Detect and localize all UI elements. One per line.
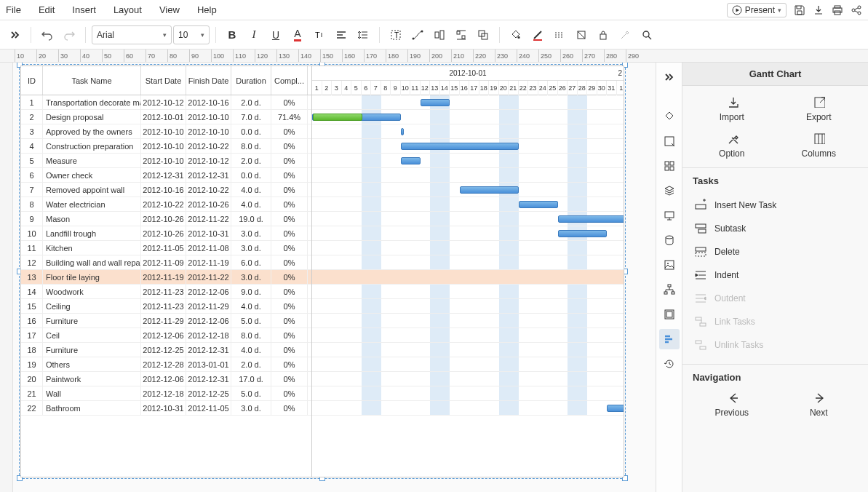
task-bar[interactable] [401, 157, 421, 164]
download-icon[interactable] [813, 4, 824, 16]
table-row[interactable]: 20Paintwork2012-12-062012-12-3117.0 d.0% [21, 372, 311, 386]
table-row[interactable]: 22Bathroom2012-10-312012-11-053.0 d.0% [21, 401, 311, 416]
timeline-row[interactable] [312, 241, 624, 255]
timeline-row[interactable] [312, 299, 624, 314]
timeline-row[interactable] [312, 226, 624, 241]
crop-button[interactable] [571, 25, 592, 45]
timeline-row[interactable] [312, 255, 624, 270]
columns-button[interactable]: Columns [776, 131, 863, 159]
line-color-button[interactable] [527, 25, 548, 45]
align-objects-button[interactable] [429, 25, 450, 45]
tools-button[interactable] [615, 25, 635, 45]
col-header-id[interactable]: ID [21, 66, 43, 95]
frame-tool-icon[interactable] [659, 304, 680, 325]
expand-panel-icon[interactable] [659, 67, 680, 87]
task-bar[interactable] [460, 186, 519, 194]
col-header-finish[interactable]: Finish Date [186, 66, 231, 95]
menu-view[interactable]: View [159, 4, 180, 15]
export-button[interactable]: Export [776, 95, 863, 122]
table-row[interactable]: 6Owner check2012-12-312012-12-310.0 d.0% [21, 168, 311, 183]
expand-toolbar-icon[interactable] [6, 28, 25, 42]
option-button[interactable]: Option [688, 131, 776, 159]
insert-task-button[interactable]: Insert New Task [688, 194, 862, 217]
timeline-row[interactable] [312, 110, 624, 124]
align-button[interactable] [331, 25, 351, 45]
task-bar[interactable] [519, 201, 558, 208]
menu-edit[interactable]: Edit [39, 4, 55, 15]
timeline-row[interactable] [312, 139, 624, 154]
font-family-select[interactable]: Arial▾ [92, 25, 172, 44]
timeline-row[interactable] [312, 372, 624, 386]
indent-button[interactable]: Indent [688, 263, 862, 287]
col-header-complete[interactable]: Compl... [271, 66, 308, 95]
col-header-start[interactable]: Start Date [141, 66, 186, 95]
table-row[interactable]: 2Design proposal2012-10-012012-10-107.0 … [21, 110, 311, 124]
canvas[interactable]: ID Task Name Start Date Finish Date Dura… [0, 63, 656, 492]
previous-button[interactable]: Previous [688, 390, 776, 418]
image-tool-icon[interactable] [659, 255, 680, 275]
table-row[interactable]: 11Kitchen2012-11-052012-11-083.0 d.0% [21, 241, 311, 255]
col-header-name[interactable]: Task Name [43, 66, 141, 95]
table-row[interactable]: 16Furniture2012-11-292012-12-065.0 d.0% [21, 314, 311, 328]
timeline-row[interactable] [312, 314, 624, 328]
import-button[interactable]: Import [688, 95, 776, 122]
table-row[interactable]: 14Woodwork2012-11-232012-12-069.0 d.0% [21, 285, 311, 299]
table-row[interactable]: 17Ceil2012-12-062012-12-188.0 d.0% [21, 328, 311, 343]
task-bar[interactable] [421, 99, 450, 106]
timeline-row[interactable] [312, 154, 624, 168]
org-tool-icon[interactable] [659, 279, 680, 300]
task-bar[interactable] [312, 114, 401, 121]
task-bar[interactable] [401, 143, 519, 150]
menu-layout[interactable]: Layout [114, 4, 142, 15]
font-size-select[interactable]: 10▾ [173, 25, 210, 44]
undo-button[interactable] [37, 25, 57, 45]
group-button[interactable] [473, 25, 493, 45]
bold-button[interactable]: B [222, 25, 242, 45]
redo-button[interactable] [59, 25, 79, 45]
delete-button[interactable]: Delete [688, 240, 862, 263]
timeline-row[interactable] [312, 183, 624, 197]
timeline-row[interactable] [312, 212, 624, 226]
timeline-row[interactable] [312, 197, 624, 212]
table-row[interactable]: 9Mason2012-10-262012-11-2219.0 d.0% [21, 212, 311, 226]
present-button[interactable]: Present ▾ [727, 3, 787, 17]
task-bar[interactable] [607, 405, 624, 412]
col-header-duration[interactable]: Duration [231, 66, 271, 95]
menu-help[interactable]: Help [197, 4, 217, 15]
table-row[interactable]: 10Landfill trough2012-10-262012-10-313.0… [21, 226, 311, 241]
distribute-button[interactable] [451, 25, 471, 45]
text-box-button[interactable]: T [386, 25, 406, 45]
timeline-row[interactable] [312, 328, 624, 343]
underline-button[interactable]: U [266, 25, 286, 45]
timeline-row[interactable] [312, 168, 624, 183]
menu-insert[interactable]: Insert [72, 4, 96, 15]
font-color-button[interactable]: A [287, 25, 308, 45]
table-row[interactable]: 4Construction preparation2012-10-102012-… [21, 139, 311, 154]
next-button[interactable]: Next [776, 390, 863, 418]
fill-button[interactable] [506, 25, 526, 45]
shape-tool-icon[interactable] [659, 131, 680, 151]
share-icon[interactable] [851, 4, 862, 16]
timeline-row[interactable] [312, 401, 624, 416]
line-style-button[interactable] [549, 25, 570, 45]
timeline-row[interactable] [312, 386, 624, 401]
grid-tool-icon[interactable] [659, 156, 680, 176]
table-row[interactable]: 5Measure2012-10-102012-10-122.0 d.0% [21, 154, 311, 168]
timeline-row[interactable] [312, 124, 624, 139]
table-row[interactable]: 13Floor tile laying2012-11-192012-11-223… [21, 270, 311, 285]
italic-button[interactable]: I [244, 25, 264, 45]
presentation-tool-icon[interactable] [659, 205, 680, 226]
connector-button[interactable] [407, 25, 428, 45]
table-row[interactable]: 21Wall2012-12-182012-12-255.0 d.0% [21, 386, 311, 401]
table-row[interactable]: 7Removed appoint wall2012-10-162012-10-2… [21, 183, 311, 197]
menu-file[interactable]: File [6, 4, 21, 15]
timeline-row[interactable] [312, 357, 624, 372]
line-spacing-button[interactable] [353, 25, 373, 45]
fill-tool-icon[interactable] [659, 106, 680, 127]
table-row[interactable]: 19Others2012-12-282013-01-012.0 d.0% [21, 357, 311, 372]
lock-button[interactable] [593, 25, 613, 45]
task-bar[interactable] [558, 215, 624, 223]
gantt-tool-icon[interactable] [659, 329, 680, 349]
task-bar[interactable] [401, 128, 404, 135]
timeline-row[interactable] [312, 95, 624, 110]
